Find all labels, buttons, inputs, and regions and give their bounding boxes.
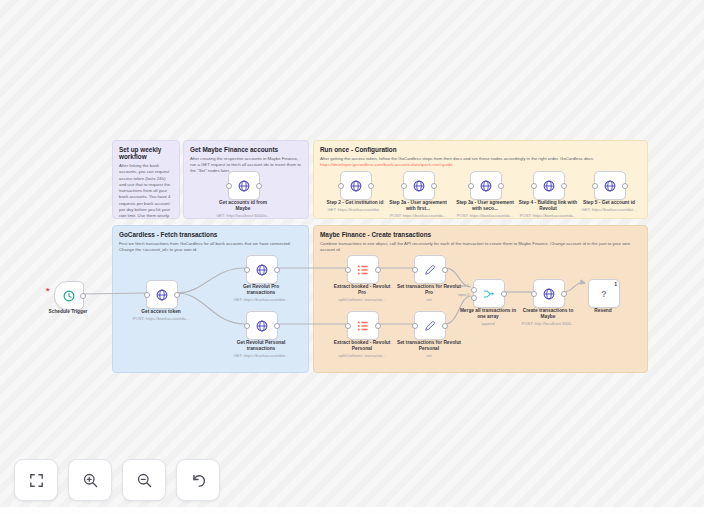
node-get-access-token[interactable] [146,280,178,309]
input-port[interactable] [412,267,418,273]
canvas-toolbar [14,459,220,501]
output-port[interactable] [375,323,381,329]
undo-zoom-button[interactable] [176,459,220,501]
output-port[interactable] [442,323,448,329]
globe-icon [155,288,169,302]
split-list-icon [356,319,370,333]
input-port[interactable] [144,292,150,298]
output-port[interactable] [368,183,374,189]
output-port[interactable] [442,267,448,273]
node-schedule-trigger[interactable] [54,281,84,310]
node-step4-building-link[interactable] [533,171,565,200]
input-port[interactable] [338,183,344,189]
sticky-note-setup[interactable]: Set up weekly workflow After linking the… [112,140,180,219]
globe-icon [603,179,617,193]
output-port[interactable] [431,183,437,189]
zoom-in-button[interactable] [68,459,112,501]
note-body: First we fetch transactions from GoCardl… [119,241,302,253]
zoom-in-icon [81,471,100,490]
input-port[interactable] [345,323,351,329]
output-port[interactable] [501,291,507,297]
node-step2-get-institution-id[interactable] [340,171,372,200]
node-get-accounts-id-maybe[interactable] [228,171,260,200]
question-icon [597,287,611,301]
output-port[interactable] [561,291,567,297]
output-port[interactable] [274,323,280,329]
input-port[interactable] [244,323,250,329]
gocardless-docs-link[interactable]: https://developer.gocardless.com/bank-ac… [320,162,453,167]
output-port[interactable] [256,183,262,189]
split-list-icon [356,263,370,277]
item-count-badge: 1 [614,281,617,287]
note-title: Maybe Finance - Create transactions [320,231,641,238]
node-set-transactions-pro[interactable] [414,255,446,284]
globe-icon [255,263,269,277]
note-title: Get Maybe Finance accounts [190,146,302,153]
node-set-transactions-personal[interactable] [414,311,446,340]
input-port[interactable] [468,183,474,189]
note-body: After linking the bank accounts, you can… [119,163,173,219]
globe-icon [542,179,556,193]
output-port[interactable] [561,183,567,189]
note-title: Set up weekly workflow [119,146,173,161]
fit-view-button[interactable] [14,459,58,501]
output-port[interactable] [622,183,628,189]
input-port[interactable] [244,267,250,273]
globe-icon [479,179,493,193]
node-extract-booked-personal[interactable] [347,311,379,340]
undo-icon [189,471,208,490]
note-title: GoCardless - Fetch transactions [119,231,302,238]
globe-icon [237,179,251,193]
node-step3a-agreement-second[interactable] [470,171,502,200]
input-port[interactable] [592,183,598,189]
fit-view-icon [27,471,46,490]
globe-icon [349,179,363,193]
pencil-icon [423,263,437,277]
note-title: Run once - Configuration [320,146,641,153]
input-port[interactable] [401,183,407,189]
error-marker: * [46,287,50,296]
node-get-revolut-personal[interactable] [246,311,278,340]
node-extract-booked-pro[interactable] [347,255,379,284]
globe-icon [542,287,556,301]
globe-icon [412,179,426,193]
zoom-out-icon [135,471,154,490]
sticky-note-gocardless-fetch[interactable]: GoCardless - Fetch transactions First we… [112,225,309,373]
input-port-1[interactable] [471,287,477,293]
input-port[interactable] [531,291,537,297]
node-resend[interactable]: 1 [588,279,620,308]
clock-icon [62,289,76,303]
node-get-revolut-pro[interactable] [246,255,278,284]
node-merge-transactions[interactable] [473,279,505,308]
input-port-2[interactable] [471,295,477,301]
input-port[interactable] [531,183,537,189]
node-step3a-agreement-first[interactable] [403,171,435,200]
input-port[interactable] [412,323,418,329]
globe-icon [255,319,269,333]
note-body: After getting the access token, follow t… [320,156,641,168]
node-create-transactions-maybe[interactable] [533,279,565,308]
node-step5-get-account-id[interactable] [594,171,626,200]
input-port[interactable] [345,267,351,273]
merge-icon [482,287,496,301]
window-bottom-edge [0,507,704,514]
output-port[interactable] [80,293,86,299]
pencil-icon [423,319,437,333]
workflow-canvas[interactable]: ? Set up weekly workflow After li [0,0,704,514]
output-port[interactable] [375,267,381,273]
zoom-out-button[interactable] [122,459,166,501]
note-body: Combine transactions in one object, call… [320,241,641,253]
output-port[interactable] [274,267,280,273]
output-port[interactable] [498,183,504,189]
output-port[interactable] [174,292,180,298]
input-port[interactable] [226,183,232,189]
